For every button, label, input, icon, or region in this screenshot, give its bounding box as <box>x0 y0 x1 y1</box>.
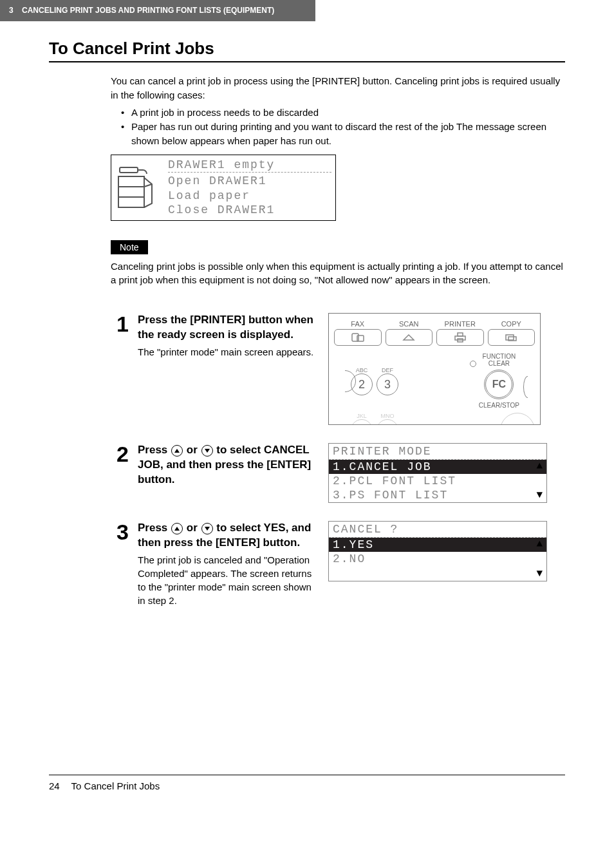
keypad-6-icon: 6 <box>377 419 398 424</box>
scroll-down-icon: ▼ <box>536 489 543 501</box>
title-rule <box>49 61 565 62</box>
svg-line-4 <box>144 184 152 187</box>
printer-button-icon <box>436 329 484 346</box>
step-number: 3 <box>111 521 129 543</box>
scroll-up-icon: ▲ <box>536 538 543 550</box>
menu-item-selected: 1.YES <box>329 538 546 552</box>
lcd-drawer-empty: DRAWER1 empty Open DRAWER1 Load paper Cl… <box>111 155 336 221</box>
page-number: 24 <box>49 780 60 791</box>
page-title: To Cancel Print Jobs <box>49 39 565 59</box>
step-instruction: Press the [PRINTER] button when the read… <box>138 313 317 343</box>
menu-item: 3.PS FONT LIST <box>329 488 546 502</box>
menu-title: PRINTER MODE <box>329 444 546 460</box>
scroll-down-icon: ▼ <box>536 568 543 580</box>
step-2: 2 Press or to select CANCEL JOB, and the… <box>111 443 565 503</box>
keypad-label: JKL <box>351 413 373 419</box>
keypad-3-icon: 3 <box>377 373 398 395</box>
step-number: 2 <box>111 443 129 465</box>
intro-text: You can cancel a print job in process us… <box>111 74 565 102</box>
footer-rule <box>49 775 565 775</box>
note-badge: Note <box>111 240 148 254</box>
menu-item: 2.NO <box>329 552 546 566</box>
stop-button-icon <box>500 413 535 424</box>
step-description: The print job is canceled and "Operation… <box>138 553 317 607</box>
step-number: 1 <box>111 313 129 335</box>
footer-title: To Cancel Print Jobs <box>71 780 160 791</box>
chapter-title: CANCELING PRINT JOBS AND PRINTING FONT L… <box>22 6 274 15</box>
control-panel-figure: FAX SCAN <box>328 313 541 425</box>
led-icon <box>470 361 476 367</box>
scroll-up-icon: ▲ <box>536 460 543 472</box>
up-arrow-icon <box>171 445 183 457</box>
chapter-number: 3 <box>9 6 14 15</box>
panel-tab-label: PRINTER <box>436 320 484 328</box>
lcd-line: DRAWER1 empty <box>168 158 331 173</box>
fax-button-icon <box>334 329 382 346</box>
step-instruction: Press or to select CANCEL JOB, and then … <box>138 443 317 487</box>
keypad-label: MNO <box>377 413 398 419</box>
note-text: Canceling print jobs is possible only wh… <box>111 259 565 288</box>
step-3: 3 Press or to select YES, and then press… <box>111 521 565 607</box>
menu-item-selected: 1.CANCEL JOB <box>329 460 546 474</box>
bullet-item: A print job in process needs to be disca… <box>111 106 565 120</box>
svg-rect-1 <box>118 176 144 207</box>
clear-label: CLEAR <box>488 360 510 367</box>
chapter-header: 3 CANCELING PRINT JOBS AND PRINTING FONT… <box>0 0 315 21</box>
contrast-icon <box>523 376 532 398</box>
svg-rect-0 <box>120 167 138 173</box>
scan-button-icon <box>386 329 433 346</box>
keypad-label: ABC <box>351 367 373 373</box>
keypad-label: DEF <box>377 367 398 373</box>
printer-drawer-icon <box>111 155 164 220</box>
steps: 1 Press the [PRINTER] button when the re… <box>111 313 565 607</box>
keypad-5-icon: 5 <box>351 419 373 424</box>
down-arrow-icon <box>201 445 213 457</box>
lcd-line: Load paper <box>168 189 331 203</box>
lcd-line: Close DRAWER1 <box>168 203 331 218</box>
step-description: The "printer mode" main screen appears. <box>138 345 317 359</box>
clearstop-label: CLEAR/STOP <box>479 402 519 409</box>
lcd-lines: DRAWER1 empty Open DRAWER1 Load paper Cl… <box>164 155 335 220</box>
bullet-item: Paper has run out during printing and yo… <box>111 120 565 148</box>
page-footer: 24 To Cancel Print Jobs <box>0 780 614 791</box>
panel-tab-label: FAX <box>334 320 382 328</box>
svg-rect-8 <box>455 336 465 340</box>
printer-mode-menu: PRINTER MODE 1.CANCEL JOB 2.PCL FONT LIS… <box>328 443 547 503</box>
menu-item: 2.PCL FONT LIST <box>329 474 546 488</box>
down-arrow-icon <box>201 523 213 534</box>
panel-tab-label: COPY <box>488 320 535 328</box>
bullet-list: A print job in process needs to be disca… <box>111 106 565 147</box>
fc-button-icon: FC <box>484 370 514 399</box>
step-instruction: Press or to select YES, and then press t… <box>138 521 317 551</box>
up-arrow-icon <box>171 523 183 534</box>
copy-button-icon <box>488 329 535 346</box>
menu-title: CANCEL ? <box>329 522 546 538</box>
step-1: 1 Press the [PRINTER] button when the re… <box>111 313 565 425</box>
cancel-confirm-menu: CANCEL ? 1.YES 2.NO ▲ ▼ <box>328 521 547 581</box>
panel-tab-label: SCAN <box>386 320 433 328</box>
keypad-1-icon <box>334 370 356 392</box>
svg-rect-10 <box>506 335 514 340</box>
lcd-line: Open DRAWER1 <box>168 174 331 189</box>
